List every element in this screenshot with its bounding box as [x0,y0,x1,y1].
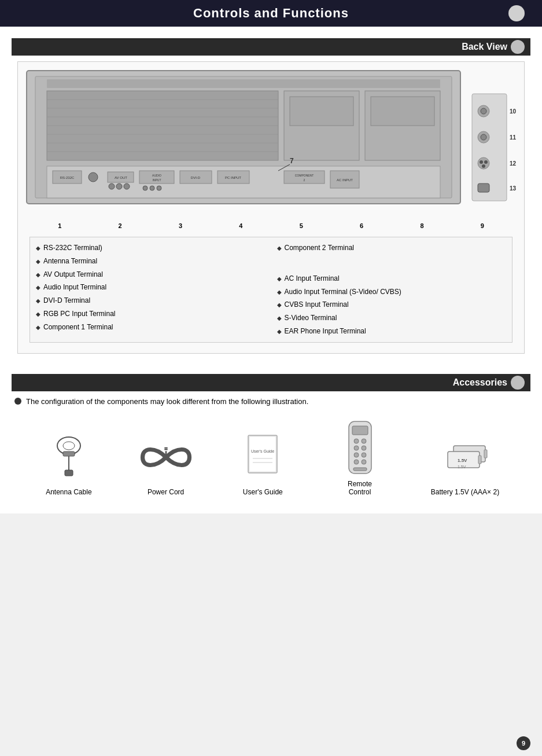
svg-point-50 [484,160,488,164]
accessories-header: Accessories [12,374,530,391]
remote-control-icon [334,423,386,475]
num-1: 1 [58,222,61,229]
num-3: 3 [179,222,182,229]
svg-text:12: 12 [510,160,517,167]
svg-rect-58 [65,470,73,476]
legend-item-3: ◆ AV Output Terminal [36,270,266,280]
tv-back-svg: RS-232C AV OUT AUDIO INPUT [24,68,463,218]
legend-item-1: ◆ RS-232C Terminal) [36,243,266,253]
svg-point-59 [63,442,75,450]
page-header: Controls and Functions [0,0,542,27]
battery-label: Battery 1.5V (AAA× 2) [431,488,499,496]
power-cord-icon [140,431,192,483]
svg-text:INPUT: INPUT [153,178,161,182]
legend-item-12: ◆ CVBS Input Terminal [277,300,507,310]
legend-col-left: ◆ RS-232C Terminal) ◆ Antenna Terminal ◆… [36,243,266,336]
svg-point-51 [482,164,485,168]
num-2: 2 [119,222,122,229]
svg-rect-80 [484,450,487,458]
svg-rect-64 [249,436,276,472]
svg-point-70 [354,439,359,443]
users-guide-icon: User's Guide [237,431,289,483]
accessories-note: The configuration of the components may … [12,397,530,406]
accessories-grid: Antenna Cable Power Cord [12,417,530,502]
antenna-cable-icon [43,431,95,483]
num-5: 5 [300,222,303,229]
svg-point-22 [116,184,122,189]
page-title: Controls and Functions [193,6,349,20]
page-number: 9 [517,736,530,750]
svg-point-27 [143,186,148,190]
svg-point-77 [362,460,366,464]
battery-icon: 1.5V 1.5V [439,431,491,483]
legend-item-s-video: ◆ S-Video Terminal [277,313,507,323]
number-row: 1 2 3 4 5 6 8 9 [24,221,518,231]
legend-item-ear: ◆ EAR Phone Input Terminal [277,326,507,336]
svg-text:11: 11 [510,134,517,141]
svg-point-21 [109,184,115,189]
legend-item-10: ◆ AC Input Terminal [277,274,507,284]
svg-point-72 [354,446,359,450]
svg-text:AUDIO: AUDIO [152,174,161,177]
num-8: 8 [420,222,423,229]
svg-text:AC INPUT: AC INPUT [337,178,353,182]
svg-rect-2 [47,79,440,88]
svg-text:PC INPUT: PC INPUT [225,176,241,179]
legend-item-4: ◆ Audio Input Terminal [36,282,266,292]
svg-point-43 [481,108,486,114]
main-content: Back View [0,27,542,362]
tv-back-wrapper: RS-232C AV OUT AUDIO INPUT [24,68,518,231]
svg-text:User's Guide: User's Guide [251,449,274,453]
svg-text:13: 13 [510,185,517,192]
svg-rect-69 [352,426,368,435]
accessories-section: Accessories The configuration of the com… [0,362,542,513]
svg-text:AV OUT: AV OUT [115,176,127,179]
svg-point-76 [354,460,359,464]
accessory-remote-control: Remote Control [334,423,386,496]
back-view-header: Back View [12,38,530,56]
side-panel-svg: 10 11 12 13 [469,91,518,207]
accessory-battery: 1.5V 1.5V Battery 1.5V (AAA× 2) [431,431,499,496]
svg-rect-12 [290,97,353,126]
accessory-antenna-cable: Antenna Cable [43,431,95,496]
terminal-legend: ◆ RS-232C Terminal) ◆ Antenna Terminal ◆… [30,237,512,343]
svg-point-29 [157,186,161,190]
accessory-users-guide: User's Guide User's Guide [237,431,289,496]
svg-text:2: 2 [304,178,305,182]
svg-text:7: 7 [290,157,294,165]
legend-item-6: ◆ RGB PC Input Terminal [36,309,266,319]
svg-point-46 [481,134,486,140]
svg-rect-82 [478,456,481,464]
svg-text:COMPONENT: COMPONENT [295,174,314,177]
svg-text:DVI-D: DVI-D [191,176,201,179]
svg-point-71 [362,439,366,443]
note-bullet-icon [14,398,21,405]
svg-rect-78 [353,468,367,471]
legend-item-11: ◆ Audio Input Terminal (S-Video/ CVBS) [277,287,507,297]
svg-point-28 [150,186,154,190]
legend-item-5: ◆ DVI-D Terminal [36,296,266,306]
legend-item-7: ◆ Component 1 Terminal [36,322,266,332]
svg-text:1.5V: 1.5V [458,465,466,469]
svg-rect-14 [371,97,434,126]
accessory-power-cord: Power Cord [140,431,192,496]
num-9: 9 [481,222,484,229]
svg-point-49 [480,160,483,164]
svg-rect-53 [478,184,489,192]
power-cord-label: Power Cord [148,488,184,496]
num-6: 6 [360,222,363,229]
svg-text:1.5V: 1.5V [458,458,467,463]
svg-rect-56 [63,452,75,456]
num-4: 4 [239,222,242,229]
svg-text:10: 10 [510,108,517,115]
svg-point-23 [124,184,130,189]
legend-item-9 [277,256,507,270]
svg-text:RS-232C: RS-232C [60,176,75,179]
back-view-container: RS-232C AV OUT AUDIO INPUT [17,61,525,354]
legend-col-right: ◆ Component 2 Terminal ◆ AC Input Termin… [277,243,507,336]
users-guide-label: User's Guide [243,488,283,496]
legend-item-8: ◆ Component 2 Terminal [277,243,507,253]
legend-item-2: ◆ Antenna Terminal [36,256,266,266]
remote-control-label: Remote Control [348,480,372,496]
antenna-cable-label: Antenna Cable [46,488,91,496]
